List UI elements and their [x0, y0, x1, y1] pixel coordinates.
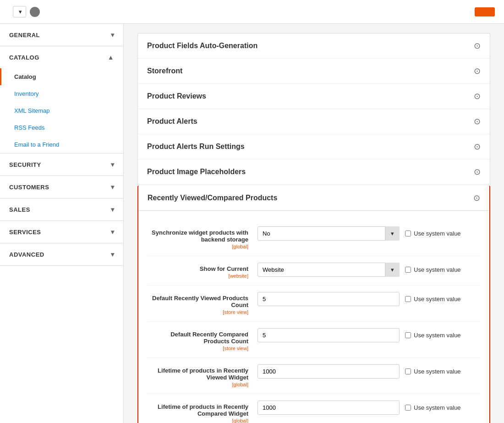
sidebar-header-services[interactable]: SERVICES▾: [0, 221, 123, 243]
chevron-down-icon: ▾: [111, 31, 115, 38]
form-scope-lifetime-compared: [global]: [148, 418, 248, 423]
sidebar-section-security: SECURITY▾: [0, 154, 123, 176]
accordion-header-product-image-placeholders[interactable]: Product Image Placeholders⊙: [138, 159, 490, 185]
sidebar-section-advanced: ADVANCED▾: [0, 243, 123, 266]
use-system-checkbox-default-compared-count[interactable]: [405, 332, 411, 338]
form-scope-default-viewed-count: [store view]: [148, 309, 248, 315]
form-row-sync-widget: Synchronize widget products with backend…: [148, 220, 480, 256]
form-row-default-compared-count: Default Recently Compared Products Count…: [148, 322, 480, 358]
scope-area: ▾: [9, 6, 40, 17]
form-label-area-lifetime-viewed: Lifetime of products in Recently Viewed …: [148, 364, 257, 387]
form-label-area-sync-widget: Synchronize widget products with backend…: [148, 226, 257, 249]
sidebar-header-advanced[interactable]: ADVANCED▾: [0, 243, 123, 265]
help-icon[interactable]: [30, 7, 40, 17]
sidebar-section-label-customers: CUSTOMERS: [9, 184, 49, 191]
layout: GENERAL▾CATALOG▲CatalogInventoryXML Site…: [0, 24, 504, 423]
accordion-header-product-alerts[interactable]: Product Alerts⊙: [138, 109, 490, 134]
use-system-checkbox-show-for-current[interactable]: [405, 267, 411, 273]
accordion-header-recently-viewed-compared[interactable]: Recently Viewed/Compared Products⊙: [138, 186, 489, 211]
top-bar: ▾: [0, 0, 504, 24]
accordion-expand-icon: ⊙: [474, 167, 481, 177]
accordion-title-recently-viewed-compared: Recently Viewed/Compared Products: [148, 194, 277, 202]
chevron-down-icon: ▾: [111, 251, 115, 258]
accordion-item-product-fields-auto-generation: Product Fields Auto-Generation⊙: [137, 33, 490, 59]
accordion-item-storefront: Storefront⊙: [137, 59, 490, 84]
form-label-area-lifetime-compared: Lifetime of products in Recently Compare…: [148, 401, 257, 423]
use-system-check-default-viewed-count: Use system value: [405, 296, 461, 302]
sidebar-section-label-catalog: CATALOG: [9, 54, 39, 61]
sidebar-header-sales[interactable]: SALES▾: [0, 198, 123, 220]
sidebar-section-label-general: GENERAL: [9, 32, 40, 38]
chevron-down-icon: ▾: [111, 183, 115, 191]
form-input-lifetime-compared[interactable]: [257, 401, 400, 415]
accordion-item-product-reviews: Product Reviews⊙: [137, 84, 490, 109]
form-select-sync-widget[interactable]: NoYes: [257, 226, 400, 241]
scope-select[interactable]: ▾: [13, 6, 26, 17]
accordion-item-product-alerts: Product Alerts⊙: [137, 109, 490, 134]
sidebar-item-rss-feeds[interactable]: RSS Feeds: [0, 119, 123, 136]
accordion-header-product-reviews[interactable]: Product Reviews⊙: [138, 84, 490, 109]
chevron-up-icon: ▲: [108, 54, 114, 61]
accordion-expand-icon: ⊙: [474, 66, 481, 76]
sidebar-header-catalog[interactable]: CATALOG▲: [0, 46, 123, 68]
accordion-collapse-icon: ⊙: [473, 193, 480, 203]
sidebar-item-inventory[interactable]: Inventory: [0, 85, 123, 102]
chevron-down-icon: ▾: [111, 161, 115, 168]
sidebar-section-label-advanced: ADVANCED: [9, 251, 44, 258]
form-row-show-for-current: Show for Current[website]WebsiteStore Vi…: [148, 256, 480, 286]
accordion-header-storefront[interactable]: Storefront⊙: [138, 59, 490, 84]
form-label-lifetime-viewed: Lifetime of products in Recently Viewed …: [158, 367, 248, 381]
accordion-list: Product Fields Auto-Generation⊙Storefron…: [137, 33, 490, 423]
sidebar-item-email-to-friend[interactable]: Email to a Friend: [0, 136, 123, 153]
form-input-default-compared-count[interactable]: [257, 328, 400, 342]
use-system-checkbox-default-viewed-count[interactable]: [405, 296, 411, 302]
sidebar-section-services: SERVICES▾: [0, 221, 123, 243]
accordion-body-recently-viewed-compared: Synchronize widget products with backend…: [138, 211, 489, 423]
sidebar-header-general[interactable]: GENERAL▾: [0, 24, 123, 46]
accordion-title-product-fields-auto-generation: Product Fields Auto-Generation: [147, 42, 257, 50]
sidebar-sub-items-catalog: CatalogInventoryXML SitemapRSS FeedsEmai…: [0, 68, 123, 153]
sidebar-section-customers: CUSTOMERS▾: [0, 176, 123, 198]
use-system-checkbox-lifetime-viewed[interactable]: [405, 368, 411, 374]
form-input-lifetime-viewed[interactable]: [257, 364, 400, 379]
chevron-down-icon: ▾: [111, 228, 115, 236]
form-scope-lifetime-viewed: [global]: [148, 382, 248, 387]
sidebar: GENERAL▾CATALOG▲CatalogInventoryXML Site…: [0, 24, 124, 423]
form-scope-show-for-current: [website]: [148, 273, 248, 279]
use-system-label-sync-widget: Use system value: [414, 230, 461, 237]
use-system-checkbox-lifetime-compared[interactable]: [405, 405, 411, 411]
form-label-default-compared-count: Default Recently Compared Products Count: [170, 331, 248, 345]
use-system-label-default-viewed-count: Use system value: [414, 296, 461, 302]
form-field-area-default-viewed-count: Use system value: [257, 292, 480, 306]
accordion-header-product-fields-auto-generation[interactable]: Product Fields Auto-Generation⊙: [138, 33, 490, 59]
accordion-header-product-alerts-run-settings[interactable]: Product Alerts Run Settings⊙: [138, 134, 490, 159]
sidebar-section-label-sales: SALES: [9, 206, 30, 213]
sidebar-item-xml-sitemap[interactable]: XML Sitemap: [0, 102, 123, 119]
form-label-area-default-compared-count: Default Recently Compared Products Count…: [148, 328, 257, 351]
form-select-wrap-show-for-current: WebsiteStore View▾: [257, 263, 400, 277]
use-system-checkbox-sync-widget[interactable]: [405, 231, 411, 236]
use-system-check-lifetime-viewed: Use system value: [405, 368, 461, 375]
use-system-check-sync-widget: Use system value: [405, 230, 461, 237]
accordion-item-product-alerts-run-settings: Product Alerts Run Settings⊙: [137, 134, 490, 159]
sidebar-header-customers[interactable]: CUSTOMERS▾: [0, 176, 123, 198]
sidebar-section-general: GENERAL▾: [0, 24, 123, 46]
sidebar-section-sales: SALES▾: [0, 198, 123, 221]
form-label-area-show-for-current: Show for Current[website]: [148, 263, 257, 279]
form-select-show-for-current[interactable]: WebsiteStore View: [257, 263, 400, 277]
use-system-check-default-compared-count: Use system value: [405, 332, 461, 339]
accordion-expand-icon: ⊙: [474, 91, 481, 101]
accordion-title-storefront: Storefront: [147, 67, 182, 75]
accordion-expand-icon: ⊙: [474, 41, 481, 51]
form-row-lifetime-compared: Lifetime of products in Recently Compare…: [148, 394, 480, 423]
accordion-title-product-image-placeholders: Product Image Placeholders: [147, 168, 246, 176]
chevron-down-icon: ▾: [111, 206, 115, 213]
sidebar-item-catalog[interactable]: Catalog: [0, 68, 123, 85]
form-select-wrap-sync-widget: NoYes▾: [257, 226, 400, 241]
sidebar-header-security[interactable]: SECURITY▾: [0, 154, 123, 176]
form-scope-default-compared-count: [store view]: [148, 346, 248, 351]
save-config-button[interactable]: [475, 7, 495, 16]
form-input-default-viewed-count[interactable]: [257, 292, 400, 306]
form-field-area-lifetime-viewed: Use system value: [257, 364, 480, 379]
form-field-area-show-for-current: WebsiteStore View▾Use system value: [257, 263, 480, 277]
